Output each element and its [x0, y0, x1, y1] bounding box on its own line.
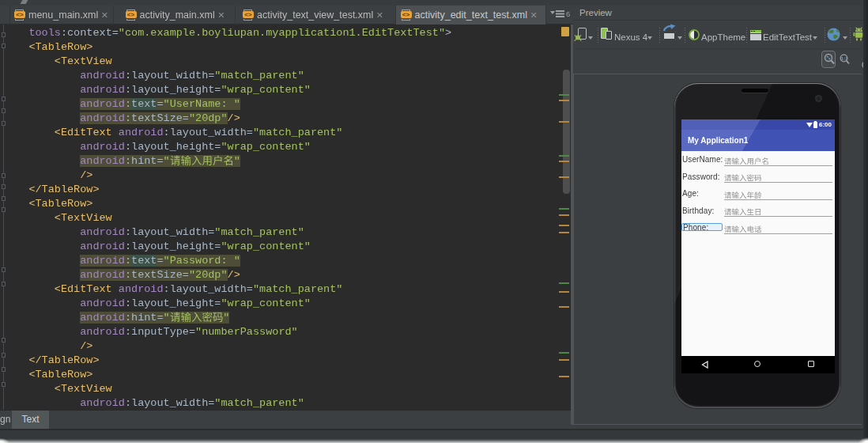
svg-text:1:1: 1:1 — [841, 56, 848, 61]
